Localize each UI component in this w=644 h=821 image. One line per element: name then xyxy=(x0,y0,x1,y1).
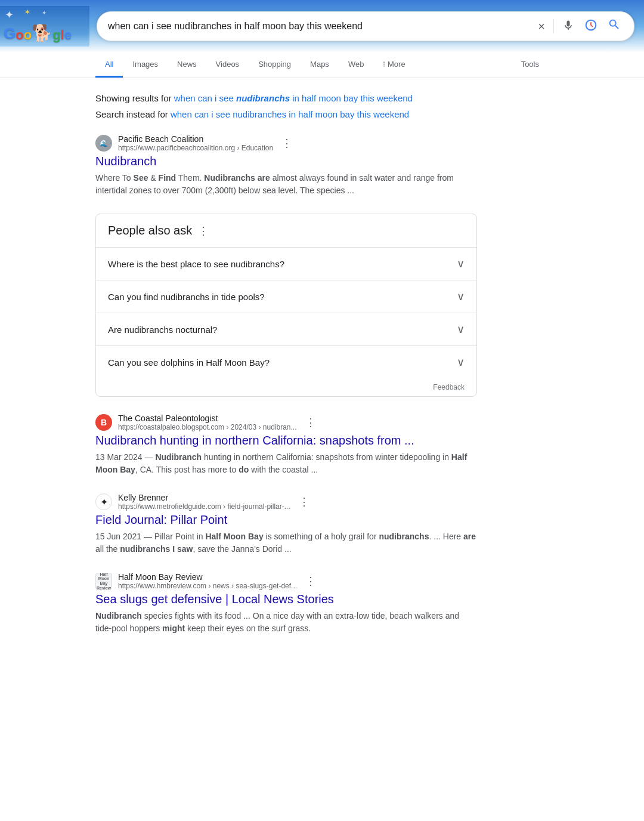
header: ✦ ✶ ✦ G o o 🐕 g l e × xyxy=(0,0,644,53)
source-name-3: Kelly Brenner xyxy=(118,493,290,502)
result-source-1: 🌊 Pacific Beach Coalition https://www.pa… xyxy=(95,134,477,152)
result-snippet-2: 13 Mar 2024 — Nudibranch hunting in nort… xyxy=(95,451,477,476)
source-url-3: https://www.metrofieldguide.com › field-… xyxy=(118,502,290,511)
source-info-4: Half Moon Bay Review https://www.hmbrevi… xyxy=(118,572,297,590)
result-source-3: ✦ Kelly Brenner https://www.metrofieldgu… xyxy=(95,493,477,511)
favicon-icon-2: B xyxy=(101,418,107,427)
result-title-1[interactable]: Nudibranch xyxy=(95,155,477,168)
microphone-button[interactable] xyxy=(560,19,577,34)
more-options-4[interactable]: ⋮ xyxy=(305,575,316,588)
logo-o2: o xyxy=(24,27,32,43)
paa-item-1[interactable]: Where is the best place to see nudibranc… xyxy=(96,247,476,280)
favicon-4: HalfMoonBayReview xyxy=(95,573,112,589)
result-title-3[interactable]: Field Journal: Pillar Point xyxy=(95,513,477,527)
source-name-1: Pacific Beach Coalition xyxy=(118,134,273,144)
doodle-dog: 🐕 xyxy=(32,23,52,43)
logo-g2: g xyxy=(52,27,60,43)
more-options-2[interactable]: ⋮ xyxy=(305,416,316,429)
tab-web[interactable]: Web xyxy=(339,53,374,78)
paa-title: People also ask xyxy=(108,224,192,237)
tab-images[interactable]: Images xyxy=(123,53,168,78)
source-url-4: https://www.hmbreview.com › news › sea-s… xyxy=(118,582,297,590)
google-logo-doodle[interactable]: ✦ ✶ ✦ G o o 🐕 g l e xyxy=(0,6,89,47)
header-wrapper: ✦ ✶ ✦ G o o 🐕 g l e × xyxy=(0,0,644,53)
tab-more[interactable]: ⁝ More xyxy=(373,53,414,78)
result-title-4[interactable]: Sea slugs get defensive | Local News Sto… xyxy=(95,592,477,606)
source-name-2: The Coastal Paleontologist xyxy=(118,413,297,423)
paa-question-3: Are nudibranchs nocturnal? xyxy=(108,325,217,335)
search-instead-label: Search instead for xyxy=(95,109,171,119)
search-button[interactable] xyxy=(605,18,623,35)
result-item-2: B The Coastal Paleontologist https://coa… xyxy=(95,413,477,476)
tab-shopping[interactable]: Shopping xyxy=(249,53,301,78)
divider xyxy=(553,19,554,33)
paa-more-icon[interactable]: ⋮ xyxy=(198,224,209,237)
search-input[interactable] xyxy=(108,21,530,32)
result-item-1: 🌊 Pacific Beach Coalition https://www.pa… xyxy=(95,134,477,197)
paa-question-2: Can you find nudibranchs in tide pools? xyxy=(108,292,265,302)
favicon-icon-3: ✦ xyxy=(100,496,108,508)
source-url-1: https://www.pacificbeachcoalition.org › … xyxy=(118,144,273,152)
tab-news[interactable]: News xyxy=(168,53,206,78)
paa-feedback[interactable]: Feedback xyxy=(96,378,476,396)
paa-header: People also ask ⋮ xyxy=(96,214,476,247)
tools-button[interactable]: Tools xyxy=(512,53,549,78)
source-url-2: https://coastalpaleo.blogspot.com › 2024… xyxy=(118,423,297,431)
logo-o1: o xyxy=(16,27,23,43)
source-info-1: Pacific Beach Coalition https://www.paci… xyxy=(118,134,273,152)
paa-item-2[interactable]: Can you find nudibranchs in tide pools? … xyxy=(96,280,476,313)
corrected-query[interactable]: when can i see nudibranchs in half moon … xyxy=(174,93,413,103)
favicon-3: ✦ xyxy=(95,493,112,510)
source-info-2: The Coastal Paleontologist https://coast… xyxy=(118,413,297,431)
nav-tabs: All Images News Videos Shopping Maps Web… xyxy=(0,53,644,78)
result-source-4: HalfMoonBayReview Half Moon Bay Review h… xyxy=(95,572,477,590)
paa-question-1: Where is the best place to see nudibranc… xyxy=(108,259,284,269)
mic-icon xyxy=(562,19,574,31)
tab-all[interactable]: All xyxy=(95,53,123,78)
lens-button[interactable] xyxy=(583,19,599,34)
paa-question-4: Can you see dolphins in Half Moon Bay? xyxy=(108,357,270,368)
result-snippet-4: Nudibranch species fights with its food … xyxy=(95,610,477,635)
paa-chevron-4: ∨ xyxy=(457,356,465,369)
result-snippet-3: 15 Jun 2021 — Pillar Point in Half Moon … xyxy=(95,530,477,555)
search-instead-link[interactable]: when can i see nudibranches in half moon… xyxy=(171,109,409,119)
more-options-3[interactable]: ⋮ xyxy=(299,495,309,508)
source-name-4: Half Moon Bay Review xyxy=(118,572,297,582)
favicon-2: B xyxy=(95,414,112,431)
paa-chevron-1: ∨ xyxy=(457,257,465,270)
search-bar[interactable]: × xyxy=(97,11,634,41)
source-info-3: Kelly Brenner https://www.metrofieldguid… xyxy=(118,493,290,511)
favicon-icon-1: 🌊 xyxy=(100,140,108,147)
clear-button[interactable]: × xyxy=(535,20,547,32)
logo-e: e xyxy=(64,27,72,43)
paa-item-3[interactable]: Are nudibranchs nocturnal? ∨ xyxy=(96,313,476,345)
lens-icon xyxy=(585,19,597,31)
result-title-2[interactable]: Nudibranch hunting in northern Californi… xyxy=(95,434,477,447)
more-options-1[interactable]: ⋮ xyxy=(281,137,292,150)
paa-chevron-3: ∨ xyxy=(457,323,465,336)
main-content: Showing results for when can i see nudib… xyxy=(0,78,572,663)
tab-maps[interactable]: Maps xyxy=(301,53,339,78)
paa-item-4[interactable]: Can you see dolphins in Half Moon Bay? ∨ xyxy=(96,345,476,378)
result-item-3: ✦ Kelly Brenner https://www.metrofieldgu… xyxy=(95,493,477,555)
tab-videos[interactable]: Videos xyxy=(206,53,249,78)
showing-results-label: Showing results for xyxy=(95,93,174,103)
people-also-ask: People also ask ⋮ Where is the best plac… xyxy=(95,214,477,397)
search-icon xyxy=(608,18,621,31)
result-source-2: B The Coastal Paleontologist https://coa… xyxy=(95,413,477,431)
favicon-icon-4: HalfMoonBayReview xyxy=(97,572,111,591)
logo-g: G xyxy=(4,24,16,43)
paa-chevron-2: ∨ xyxy=(457,290,465,303)
result-item-4: HalfMoonBayReview Half Moon Bay Review h… xyxy=(95,572,477,635)
result-snippet-1: Where To See & Find Them. Nudibranchs ar… xyxy=(95,172,477,197)
favicon-1: 🌊 xyxy=(95,135,112,152)
spell-correction: Showing results for when can i see nudib… xyxy=(95,90,477,122)
